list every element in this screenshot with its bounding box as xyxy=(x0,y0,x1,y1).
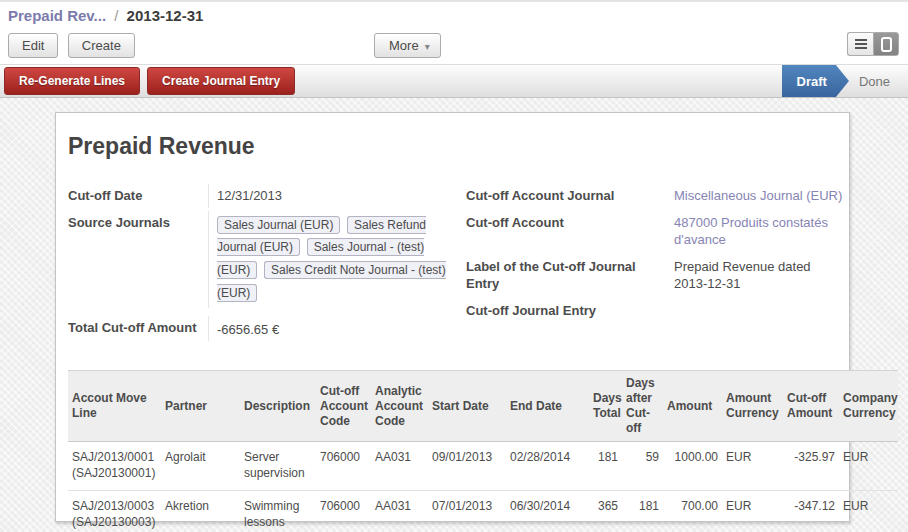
table-header-row: Accout Move Line Partner Description Cut… xyxy=(68,371,898,442)
regenerate-lines-button[interactable]: Re-Generate Lines xyxy=(4,67,140,95)
cell-partner: Agrolait xyxy=(161,442,240,491)
cutoff-account-link[interactable]: 487000 Produits constatés d'avance xyxy=(666,211,844,252)
view-switcher xyxy=(847,32,899,56)
cell-cutoff-amount: -325.97 xyxy=(783,442,839,491)
cutoff-lines-table-zone: Accout Move Line Partner Description Cut… xyxy=(68,370,839,532)
column-header: Days after Cut-off xyxy=(622,371,663,442)
breadcrumb: Prepaid Rev... / 2013-12-31 xyxy=(0,4,908,30)
statusbar-states: Draft Done xyxy=(782,65,908,97)
list-view-icon xyxy=(855,37,867,51)
cell-account-code: 706000 xyxy=(316,491,371,532)
column-header: End Date xyxy=(506,371,589,442)
source-journals-tags: Sales Journal (EUR) Sales Refund Journal… xyxy=(208,211,466,308)
account-journal-link[interactable]: Miscellaneous Journal (EUR) xyxy=(666,184,844,208)
cell-partner: Akretion xyxy=(161,491,240,532)
cell-amount-currency: EUR xyxy=(722,442,783,491)
account-journal-label: Cut-off Account Journal xyxy=(466,184,666,208)
content-area: Prepaid Revenue Cut-off Date 12/31/2013 … xyxy=(0,98,908,532)
chevron-down-icon: ▾ xyxy=(419,41,430,52)
edit-button[interactable]: Edit xyxy=(8,33,58,58)
column-header: Cut-off Amount xyxy=(783,371,839,442)
column-header: Company Currency xyxy=(839,371,898,442)
field-source-journals: Source Journals Sales Journal (EUR) Sale… xyxy=(68,211,466,308)
field-cutoff-account: Cut-off Account 487000 Produits constaté… xyxy=(466,211,844,252)
list-view-button[interactable] xyxy=(847,32,873,56)
field-cutoff-journal-entry: Cut-off Journal Entry xyxy=(466,299,844,323)
cutoff-date-label: Cut-off Date xyxy=(68,184,208,208)
column-header: Amount Currency xyxy=(722,371,783,442)
column-header: Cut-off Account Code xyxy=(316,371,371,442)
cell-move-line: SAJ/2013/0001 (SAJ20130001) xyxy=(68,442,161,491)
cell-start-date: 07/01/2013 xyxy=(428,491,506,532)
entry-label-value: Prepaid Revenue dated 2013-12-31 xyxy=(666,255,844,296)
cell-end-date: 06/30/2014 xyxy=(506,491,589,532)
cell-days-after: 181 xyxy=(622,491,663,532)
field-total-cutoff-amount: Total Cut-off Amount -6656.65 € xyxy=(68,316,466,342)
total-cutoff-value: -6656.65 € xyxy=(208,316,466,342)
cell-cutoff-amount: -347.12 xyxy=(783,491,839,532)
cell-end-date: 02/28/2014 xyxy=(506,442,589,491)
create-journal-entry-button[interactable]: Create Journal Entry xyxy=(147,67,295,95)
column-header: Amount xyxy=(663,371,722,442)
field-groups: Cut-off Date 12/31/2013 Source Journals … xyxy=(68,184,839,344)
cell-description: Swimming lessons xyxy=(240,491,316,532)
status-action-bar: Re-Generate Lines Create Journal Entry D… xyxy=(0,64,908,98)
breadcrumb-separator: / xyxy=(110,7,122,24)
cell-days-total: 365 xyxy=(589,491,622,532)
column-header: Partner xyxy=(161,371,240,442)
cell-account-code: 706000 xyxy=(316,442,371,491)
journal-entry-label: Cut-off Journal Entry xyxy=(466,299,666,323)
more-label: More xyxy=(389,38,419,53)
cell-analytic-code: AA031 xyxy=(371,442,428,491)
cell-company-currency: EUR xyxy=(839,491,898,532)
action-buttons: Re-Generate Lines Create Journal Entry xyxy=(0,65,302,97)
cutoff-lines-table: Accout Move Line Partner Description Cut… xyxy=(68,370,898,532)
journal-entry-value xyxy=(666,299,844,323)
page-title: Prepaid Revenue xyxy=(68,133,839,160)
status-done-label: Done xyxy=(849,65,908,97)
source-journals-label: Source Journals xyxy=(68,211,208,308)
more-dropdown-button[interactable]: More▾ xyxy=(374,33,441,58)
field-cutoff-account-journal: Cut-off Account Journal Miscellaneous Jo… xyxy=(466,184,844,208)
cell-start-date: 09/01/2013 xyxy=(428,442,506,491)
form-view-icon xyxy=(881,37,892,52)
cell-days-after: 59 xyxy=(622,442,663,491)
status-draft-badge: Draft xyxy=(782,65,849,97)
toolbar: Edit Create More▾ xyxy=(0,30,908,64)
column-header: Description xyxy=(240,371,316,442)
journal-tag[interactable]: Sales Journal (EUR) xyxy=(217,216,340,234)
create-button[interactable]: Create xyxy=(68,33,135,58)
cell-move-line: SAJ/2013/0003 (SAJ20130003) xyxy=(68,491,161,532)
table-row[interactable]: SAJ/2013/0001 (SAJ20130001) Agrolait Ser… xyxy=(68,442,898,491)
cell-amount: 1000.00 xyxy=(663,442,722,491)
table-row[interactable]: SAJ/2013/0003 (SAJ20130003) Akretion Swi… xyxy=(68,491,898,532)
field-cutoff-date: Cut-off Date 12/31/2013 xyxy=(68,184,466,208)
page: Prepaid Rev... / 2013-12-31 Edit Create … xyxy=(0,0,908,532)
cell-amount-currency: EUR xyxy=(722,491,783,532)
column-header: Start Date xyxy=(428,371,506,442)
top-header: Prepaid Rev... / 2013-12-31 Edit Create … xyxy=(0,2,908,64)
form-view-button[interactable] xyxy=(873,32,899,56)
right-field-group: Cut-off Account Journal Miscellaneous Jo… xyxy=(466,184,844,344)
cell-amount: 700.00 xyxy=(663,491,722,532)
total-cutoff-label: Total Cut-off Amount xyxy=(68,316,208,342)
entry-label-label: Label of the Cut-off Journal Entry xyxy=(466,255,666,296)
cell-description: Server supervision xyxy=(240,442,316,491)
left-field-group: Cut-off Date 12/31/2013 Source Journals … xyxy=(68,184,466,344)
column-header: Analytic Account Code xyxy=(371,371,428,442)
field-entry-label: Label of the Cut-off Journal Entry Prepa… xyxy=(466,255,844,296)
breadcrumb-parent-link[interactable]: Prepaid Rev... xyxy=(8,7,106,24)
cell-days-total: 181 xyxy=(589,442,622,491)
column-header: Accout Move Line xyxy=(68,371,161,442)
cutoff-account-label: Cut-off Account xyxy=(466,211,666,252)
cell-company-currency: EUR xyxy=(839,442,898,491)
form-sheet: Prepaid Revenue Cut-off Date 12/31/2013 … xyxy=(55,112,850,522)
breadcrumb-current: 2013-12-31 xyxy=(127,7,204,24)
cell-analytic-code: AA031 xyxy=(371,491,428,532)
cutoff-date-value: 12/31/2013 xyxy=(208,184,466,208)
column-header: Days Total xyxy=(589,371,622,442)
